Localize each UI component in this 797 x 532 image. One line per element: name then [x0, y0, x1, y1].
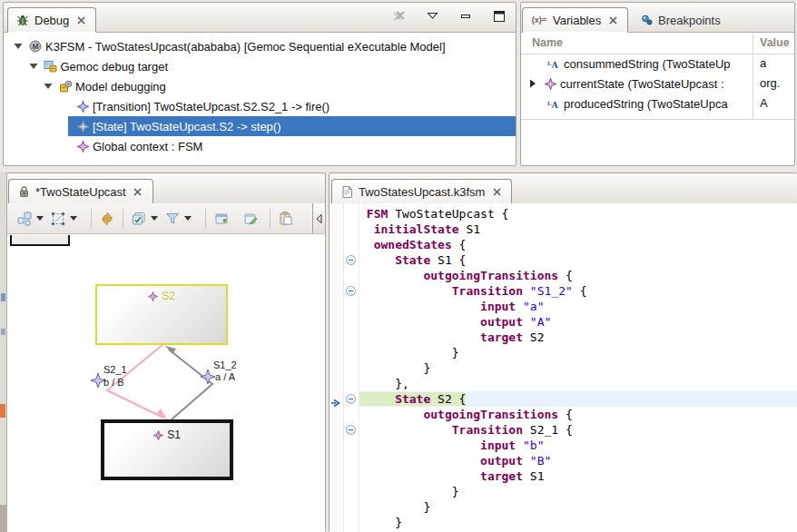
column-value[interactable]: Value	[760, 36, 790, 49]
code-line[interactable]: target S1	[359, 468, 797, 484]
expand-arrow-icon	[26, 60, 41, 74]
tab-diagram[interactable]: *TwoStateUpcast	[8, 179, 153, 204]
debug-launch-tree: MK3FSM - TwoStatesUpcast(abababa) [Gemoc…	[4, 33, 516, 156]
transition-left-name[interactable]: S2_1	[103, 364, 127, 376]
transition-left-trigger[interactable]: b / B	[103, 377, 124, 389]
variable-name: currentState (TwoStateUpcast :	[560, 77, 724, 91]
state-node-s2[interactable]: S2	[95, 284, 228, 345]
fold-marker-icon[interactable]	[346, 394, 356, 404]
tab-variables[interactable]: (x)= Variables	[522, 7, 628, 33]
close-icon[interactable]	[605, 14, 620, 27]
variable-value: org.	[760, 76, 794, 90]
code-line[interactable]: }	[359, 499, 797, 515]
tree-row[interactable]: Global context : FSM	[4, 136, 516, 156]
code-text[interactable]: FSM TwoStateUpcast { initialState S1 own…	[359, 203, 797, 532]
code-line[interactable]: outgoingTransitions {	[359, 268, 797, 283]
code-line[interactable]: }	[359, 515, 797, 530]
star-purple-icon	[543, 77, 557, 91]
folding-ruler[interactable]	[344, 203, 359, 532]
trim-marker[interactable]	[1, 293, 5, 301]
close-icon[interactable]	[74, 14, 88, 27]
tree-row[interactable]: Model debugging	[4, 76, 516, 96]
layers-dropdown-icon[interactable]	[151, 216, 158, 221]
instruction-pointer-icon	[330, 395, 341, 411]
diagram-canvas[interactable]: S2 S1 S2_1 b / B S1_2 a / A	[7, 235, 325, 532]
trim-marker[interactable]	[0, 404, 5, 418]
code-line[interactable]: outgoingTransitions {	[359, 407, 797, 422]
tab-k3fsm-file[interactable]: TwoStatesUpcast.k3fsm	[331, 179, 512, 204]
remove-terminated-icon[interactable]	[391, 9, 406, 23]
tree-row[interactable]: [State] TwoStateUpcast.S2 -> step()	[4, 116, 516, 136]
diagram-editor: *TwoStateUpcast	[6, 172, 326, 532]
select-dropdown-icon[interactable]	[70, 216, 77, 221]
state-node-s1[interactable]: S1	[101, 419, 233, 480]
code-line[interactable]: target S2	[359, 330, 797, 345]
code-line[interactable]: Transition S2_1 {	[359, 422, 797, 438]
tab-breakpoints-label: Breakpoints	[658, 14, 721, 27]
code-line-text: State S2 {	[359, 392, 466, 406]
trim-marker[interactable]	[1, 329, 5, 335]
fold-marker-icon[interactable]	[346, 425, 356, 435]
annotation-ruler[interactable]	[330, 203, 344, 532]
code-line[interactable]: }	[359, 484, 797, 499]
tree-row[interactable]: [Transition] TwoStateUpcast.S2.S2_1 -> f…	[4, 96, 516, 116]
code-line[interactable]: },	[359, 376, 797, 391]
fold-marker-icon[interactable]	[346, 255, 356, 265]
variable-name: producedString (TwoStateUpca	[564, 97, 728, 111]
filter-icon[interactable]	[164, 211, 181, 227]
close-icon[interactable]	[131, 185, 145, 199]
code-line[interactable]: output "A"	[359, 314, 797, 330]
show-hide-icon[interactable]	[213, 211, 230, 227]
code-line[interactable]: ownedStates {	[359, 237, 797, 252]
column-name[interactable]: Name	[532, 36, 563, 49]
expand-arrow-icon	[11, 40, 25, 54]
transition-right-trigger[interactable]: a / A	[215, 371, 235, 383]
filter-dropdown-icon[interactable]	[184, 216, 192, 221]
edit-mode-icon[interactable]	[242, 211, 259, 227]
code-line[interactable]: Transition "S1_2" {	[359, 283, 797, 299]
transition-right-name[interactable]: S1_2	[213, 360, 237, 371]
variables-view: (x)= Variables Breakpoints Name Value LA…	[520, 2, 795, 166]
palette-arrow-icon	[316, 214, 322, 223]
close-icon[interactable]	[489, 185, 504, 199]
tab-variables-label: Variables	[553, 14, 601, 27]
code-line[interactable]: FSM TwoStateUpcast {	[359, 206, 797, 222]
toolbar-separator	[91, 209, 92, 229]
layers-icon[interactable]	[131, 211, 147, 227]
tree-row[interactable]: Gemoc debug target	[4, 56, 516, 76]
arrange-dropdown-icon[interactable]	[36, 216, 44, 221]
debug-view-toolbar	[391, 9, 507, 23]
maximize-icon[interactable]	[492, 9, 507, 23]
minimize-icon[interactable]	[458, 9, 473, 23]
transition-marker-s1-2[interactable]	[201, 369, 215, 384]
code-line-text: }	[359, 361, 430, 375]
tree-item-label: Global context : FSM	[93, 140, 202, 153]
code-line[interactable]: input "a"	[359, 299, 797, 314]
tree-item-label: [Transition] TwoStateUpcast.S2.S2_1 -> f…	[93, 100, 330, 113]
paste-icon[interactable]	[278, 211, 294, 227]
debug-target-icon	[44, 60, 58, 74]
view-menu-icon[interactable]	[425, 9, 439, 23]
code-line[interactable]: State S2 {	[359, 391, 797, 407]
column-divider[interactable]	[753, 34, 753, 119]
code-line-text: input "a"	[359, 300, 545, 313]
fold-marker-icon[interactable]	[346, 286, 356, 296]
code-line[interactable]: input "b"	[359, 438, 797, 453]
arrange-all-icon[interactable]	[16, 211, 33, 227]
select-mode-icon[interactable]	[50, 211, 66, 227]
palette-collapse-button[interactable]	[312, 203, 325, 233]
tree-item-label: Model debugging	[75, 80, 166, 94]
code-line-text: input "b"	[359, 438, 545, 452]
code-line[interactable]: initialState S1	[359, 222, 797, 237]
star-gray-icon	[75, 120, 90, 133]
code-line[interactable]: output "B"	[359, 453, 797, 468]
code-line[interactable]: }	[359, 360, 797, 376]
code-line[interactable]: }	[359, 345, 797, 360]
tree-item-label: Gemoc debug target	[61, 60, 169, 74]
tab-debug[interactable]: Debug	[7, 7, 96, 33]
code-line[interactable]: State S1 {	[359, 252, 797, 268]
refresh-icon[interactable]	[99, 211, 115, 227]
tab-breakpoints[interactable]: Breakpoints	[632, 7, 728, 33]
tree-row[interactable]: MK3FSM - TwoStatesUpcast(abababa) [Gemoc…	[4, 36, 516, 56]
transition-edge-s1-s2[interactable]	[169, 350, 212, 419]
